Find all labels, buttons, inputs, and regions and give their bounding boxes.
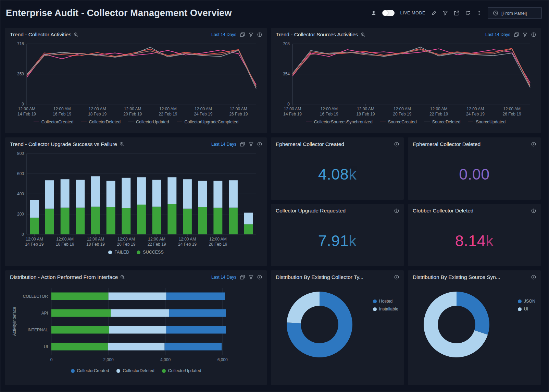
- donut-body: HostedInstallable: [271, 282, 404, 385]
- kebab-menu-icon[interactable]: [476, 10, 482, 16]
- edit-icon[interactable]: [431, 10, 437, 16]
- collector-activities-line-chart[interactable]: 035971812:00 AM14 Feb 1912:00 AM16 Feb 1…: [10, 40, 262, 119]
- zoom-icon[interactable]: [361, 32, 365, 37]
- info-icon[interactable]: [394, 275, 399, 280]
- panel-title-text: Ephemeral Collector Created: [276, 141, 344, 147]
- legend-item[interactable]: CollectorDeleted: [81, 120, 121, 124]
- legend-item[interactable]: CollectorUpgradeCompleted: [177, 120, 239, 124]
- filter-icon[interactable]: [523, 32, 527, 37]
- info-icon[interactable]: [257, 32, 262, 37]
- legend-marker: [34, 122, 39, 122]
- legend-marker: [177, 122, 182, 122]
- copy-icon[interactable]: [240, 275, 245, 280]
- info-icon[interactable]: [257, 275, 262, 280]
- panel-controls: [394, 208, 399, 213]
- time-range-selector[interactable]: [From Panel]: [488, 7, 542, 19]
- collector-type-donut-chart[interactable]: [285, 290, 354, 359]
- panel-controls: Last 14 Days: [211, 275, 262, 280]
- copy-icon[interactable]: [240, 142, 245, 147]
- panel-title-text: Distribution - Action Performed From Int…: [10, 274, 118, 280]
- user-icon[interactable]: [371, 10, 376, 16]
- legend-item[interactable]: CollectorCreated: [34, 120, 74, 124]
- panel-header: Distribution - Action Performed From Int…: [5, 270, 267, 282]
- legend-item[interactable]: CollectorUpdated: [162, 368, 201, 373]
- svg-text:12:00 AM22 Feb 19: 12:00 AM22 Feb 19: [429, 107, 448, 117]
- panel-title: Ephemeral Collector Deleted: [413, 141, 481, 147]
- legend-marker: [116, 369, 120, 373]
- filter-icon[interactable]: [249, 275, 253, 280]
- panel-collector-sources-activities: Trend - Collector Sources Activities Las…: [271, 28, 541, 133]
- panel-header: Distribution By Existing Collector Ty...: [271, 270, 404, 282]
- panel-collector-type-distribution: Distribution By Existing Collector Ty...…: [271, 270, 404, 385]
- stat-number: 8.14: [455, 232, 486, 249]
- svg-text:0: 0: [22, 232, 24, 237]
- svg-text:12:00 AM24 Feb 19: 12:00 AM24 Feb 19: [466, 107, 485, 117]
- panel-title-text: Distribution By Existing Collector Ty...: [276, 274, 363, 280]
- info-icon[interactable]: [257, 142, 262, 147]
- time-range-link[interactable]: Last 14 Days: [211, 32, 236, 37]
- source-syn-donut-chart[interactable]: [422, 290, 491, 359]
- panel-title: Trend - Collector Activities: [10, 32, 78, 38]
- legend-item[interactable]: CollectorSourcesSynchronized: [306, 120, 373, 124]
- stat-value: 4.08k: [318, 166, 357, 183]
- legend-item[interactable]: Hosted: [373, 299, 398, 304]
- svg-text:4,000: 4,000: [160, 357, 171, 362]
- zoom-icon[interactable]: [74, 32, 78, 37]
- legend-item[interactable]: SUCCESS: [137, 250, 163, 255]
- legend-item[interactable]: JSON: [518, 299, 535, 304]
- time-range-link[interactable]: Last 14 Days: [485, 32, 510, 37]
- info-icon[interactable]: [531, 142, 536, 147]
- copy-icon[interactable]: [514, 32, 519, 37]
- legend-item[interactable]: CollectorDeleted: [116, 368, 154, 373]
- legend-marker: [380, 122, 386, 122]
- stat-suffix: k: [349, 166, 357, 183]
- copy-icon[interactable]: [240, 32, 245, 37]
- svg-text:12:00 AM20 Feb 19: 12:00 AM20 Feb 19: [123, 107, 142, 117]
- info-icon[interactable]: [394, 142, 399, 147]
- info-icon[interactable]: [394, 208, 399, 213]
- stat-value: 8.14k: [455, 232, 494, 250]
- time-range-link[interactable]: Last 14 Days: [211, 275, 236, 280]
- legend-item[interactable]: SourceCreated: [380, 120, 417, 124]
- stat-body: 4.08k: [271, 149, 404, 200]
- panel-upgrade-success-vs-failure: Trend - Collector Upgrade Success vs Fai…: [5, 137, 267, 266]
- svg-text:708: 708: [283, 41, 290, 46]
- refresh-icon[interactable]: [465, 10, 471, 16]
- info-icon[interactable]: [531, 208, 536, 213]
- stat-body: 0.00: [408, 149, 541, 200]
- svg-text:12:00 AM20 Feb 19: 12:00 AM20 Feb 19: [393, 107, 411, 117]
- stat-body: 7.91k: [271, 215, 404, 266]
- legend-item[interactable]: UI: [518, 307, 535, 311]
- action-interface-hbar-chart[interactable]: 02,0004,0006,000COLLECTORAPIINTERNALUIAc…: [10, 282, 262, 368]
- zoom-icon[interactable]: [120, 275, 125, 280]
- time-range-selector-label: [From Panel]: [501, 11, 527, 16]
- svg-text:12:00 AM26 Feb 19: 12:00 AM26 Feb 19: [229, 107, 248, 117]
- legend-item[interactable]: CollectorUpdated: [128, 120, 169, 124]
- upgrade-stacked-bar-chart[interactable]: 020040060080012:00 AM14 Feb 1912:00 AM16…: [10, 149, 262, 249]
- legend-label: CollectorUpdated: [136, 120, 169, 124]
- legend-item[interactable]: CollectorCreated: [71, 368, 109, 373]
- legend-item[interactable]: SourceUpdated: [468, 120, 506, 124]
- share-icon[interactable]: [454, 10, 459, 16]
- filter-icon[interactable]: [249, 32, 253, 37]
- stat-number: 0.00: [459, 166, 490, 183]
- live-mode-toggle[interactable]: [382, 10, 395, 16]
- filter-icon[interactable]: [442, 10, 448, 16]
- legend-marker: [137, 250, 140, 254]
- filter-icon[interactable]: [249, 142, 253, 147]
- info-icon[interactable]: [531, 275, 536, 280]
- info-icon[interactable]: [531, 32, 536, 37]
- svg-text:12:00 AM20 Feb 19: 12:00 AM20 Feb 19: [117, 237, 135, 247]
- legend-item[interactable]: SourceDeleted: [424, 120, 461, 124]
- legend-label: UI: [524, 307, 528, 311]
- time-range-link[interactable]: Last 14 Days: [211, 142, 236, 147]
- clock-icon: [493, 10, 498, 16]
- legend-item[interactable]: FAILED: [108, 250, 129, 255]
- collector-sources-line-chart[interactable]: 035470812:00 AM14 Feb 1912:00 AM16 Feb 1…: [276, 40, 536, 119]
- svg-text:12:00 AM16 Feb 19: 12:00 AM16 Feb 19: [53, 107, 71, 117]
- svg-text:12:00 AM14 Feb 19: 12:00 AM14 Feb 19: [17, 107, 36, 117]
- legend-item[interactable]: Installable: [373, 307, 398, 311]
- legend-label: SourceDeleted: [432, 120, 461, 124]
- zoom-icon[interactable]: [120, 142, 124, 147]
- svg-text:0: 0: [22, 102, 24, 107]
